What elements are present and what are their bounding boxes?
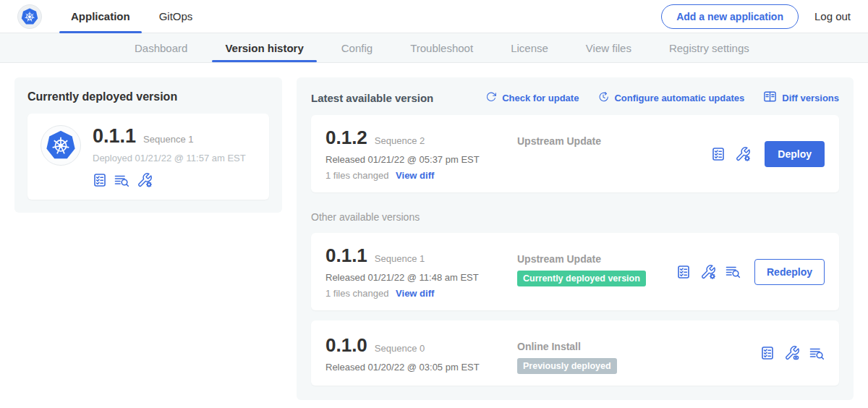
config-checklist-icon[interactable]: [711, 147, 726, 161]
top-header: Application GitOps Add a new application…: [0, 0, 868, 33]
kubernetes-logo-icon: [17, 4, 42, 29]
clock-update-icon: [597, 91, 609, 105]
currently-deployed-title: Currently deployed version: [27, 90, 269, 103]
version-history-panel: Latest available version Check for updat…: [297, 77, 854, 400]
files-changed-label: 1 files changed: [326, 170, 388, 181]
version-number: 0.1.2: [326, 127, 367, 149]
wrench-gear-icon[interactable]: [700, 264, 716, 280]
wrench-gear-icon[interactable]: [735, 146, 751, 162]
header-tab-application[interactable]: Application: [62, 0, 139, 33]
preflight-logs-icon[interactable]: [809, 347, 825, 360]
version-source-label: Upstream Update: [517, 253, 676, 265]
header-tab-gitops[interactable]: GitOps: [150, 0, 202, 33]
version-card-0-1-1: 0.1.1 Sequence 1 Released 01/21/22 @ 11:…: [311, 233, 839, 310]
configure-automatic-updates-link[interactable]: Configure automatic updates: [597, 91, 744, 105]
tab-registry-settings[interactable]: Registry settings: [650, 33, 768, 62]
version-number: 0.1.1: [326, 245, 367, 267]
view-diff-link[interactable]: View diff: [396, 288, 434, 299]
logout-link[interactable]: Log out: [814, 10, 851, 22]
sequence-label: Sequence 0: [375, 343, 425, 354]
check-for-update-link[interactable]: Check for update: [485, 91, 579, 105]
version-source-label: Upstream Update: [517, 135, 711, 147]
tab-dashboard[interactable]: Dashboard: [116, 33, 206, 62]
wrench-eye-icon[interactable]: [784, 345, 800, 361]
tab-version-history[interactable]: Version history: [206, 33, 322, 62]
released-timestamp: Released 01/20/22 @ 03:05 pm EST: [326, 362, 517, 373]
app-kubernetes-logo-icon: [41, 125, 81, 166]
currently-deployed-panel: Currently deployed version 0.1.1 Sequenc…: [14, 77, 282, 213]
tab-config[interactable]: Config: [323, 33, 391, 62]
deployed-version-card: 0.1.1 Sequence 1 Deployed 01/21/22 @ 11:…: [27, 114, 269, 200]
deployed-timestamp: Deployed 01/21/22 @ 11:57 am EST: [93, 153, 246, 163]
currently-deployed-badge: Currently deployed version: [517, 271, 646, 286]
preflight-logs-icon[interactable]: [726, 265, 741, 279]
version-card-0-1-0: 0.1.0 Sequence 0 Released 01/20/22 @ 03:…: [311, 320, 839, 386]
diff-versions-link[interactable]: Diff versions: [763, 90, 839, 105]
deployed-version-number: 0.1.1: [93, 125, 136, 148]
files-changed-label: 1 files changed: [326, 288, 388, 299]
diff-icon: [763, 90, 777, 105]
previously-deployed-badge: Previously deployed: [517, 358, 617, 374]
other-available-versions-title: Other available versions: [311, 211, 839, 223]
version-number: 0.1.0: [326, 334, 367, 357]
preflight-logs-icon[interactable]: [114, 174, 129, 187]
config-checklist-icon[interactable]: [93, 173, 107, 187]
tab-license[interactable]: License: [492, 33, 567, 62]
refresh-icon: [485, 91, 497, 105]
released-timestamp: Released 01/21/22 @ 11:48 am EST: [326, 272, 517, 283]
add-new-application-button[interactable]: Add a new application: [661, 4, 799, 29]
tab-view-files[interactable]: View files: [567, 33, 650, 62]
view-diff-link[interactable]: View diff: [396, 170, 434, 181]
released-timestamp: Released 01/21/22 @ 05:37 pm EST: [326, 154, 517, 165]
sequence-label: Sequence 2: [375, 135, 425, 146]
latest-available-title: Latest available version: [311, 92, 433, 104]
deployed-sequence-label: Sequence 1: [143, 134, 193, 145]
version-card-0-1-2: 0.1.2 Sequence 2 Released 01/21/22 @ 05:…: [311, 115, 839, 192]
sequence-label: Sequence 1: [375, 253, 425, 264]
deploy-button[interactable]: Deploy: [765, 141, 825, 167]
version-source-label: Online Install: [517, 341, 760, 352]
app-subnav: Dashboard Version history Config Trouble…: [0, 33, 868, 63]
config-checklist-icon[interactable]: [760, 346, 775, 360]
config-checklist-icon[interactable]: [676, 265, 691, 279]
tab-troubleshoot[interactable]: Troubleshoot: [391, 33, 492, 62]
wrench-gear-icon[interactable]: [137, 172, 153, 188]
redeploy-button[interactable]: Redeploy: [754, 259, 825, 285]
